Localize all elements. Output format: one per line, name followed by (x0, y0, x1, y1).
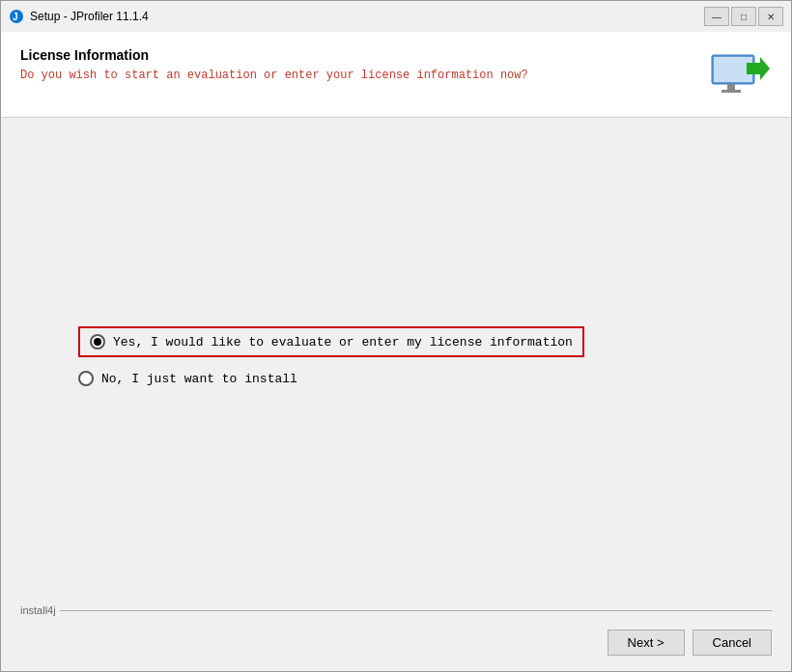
app-icon: J (9, 9, 24, 24)
content-area: Yes, I would like to evaluate or enter m… (1, 118, 791, 595)
radio-circle-no (78, 371, 94, 386)
footer-buttons: Next > Cancel (20, 624, 772, 661)
install4j-label: install4j (20, 604, 772, 616)
window-controls: — □ ✕ (704, 7, 783, 26)
header-section: License Information Do you wish to start… (1, 32, 791, 118)
close-button[interactable]: ✕ (758, 7, 783, 26)
radio-group: Yes, I would like to evaluate or enter m… (78, 326, 584, 386)
svg-text:J: J (13, 12, 18, 22)
footer: install4j Next > Cancel (1, 595, 791, 671)
svg-rect-5 (721, 90, 741, 93)
section-subtitle: Do you wish to start an evaluation or en… (20, 69, 694, 82)
radio-option-no[interactable]: No, I just want to install (78, 371, 584, 386)
radio-circle-yes (90, 334, 105, 350)
title-bar: J Setup - JProfiler 11.1.4 — □ ✕ (1, 1, 791, 32)
section-title: License Information (20, 47, 694, 63)
window-title: Setup - JProfiler 11.1.4 (30, 10, 704, 23)
radio-option-yes[interactable]: Yes, I would like to evaluate or enter m… (78, 326, 584, 357)
header-text: License Information Do you wish to start… (20, 47, 694, 82)
radio-label-no: No, I just want to install (101, 372, 297, 386)
footer-divider (60, 610, 772, 611)
cancel-button[interactable]: Cancel (693, 630, 772, 656)
maximize-button[interactable]: □ (731, 7, 756, 26)
radio-label-yes: Yes, I would like to evaluate or enter m… (113, 335, 573, 350)
svg-rect-4 (727, 84, 735, 90)
next-button[interactable]: Next > (608, 630, 685, 656)
setup-window: J Setup - JProfiler 11.1.4 — □ ✕ License… (0, 0, 792, 672)
setup-icon (710, 47, 772, 101)
minimize-button[interactable]: — (704, 7, 729, 26)
install4j-text: install4j (20, 604, 56, 616)
